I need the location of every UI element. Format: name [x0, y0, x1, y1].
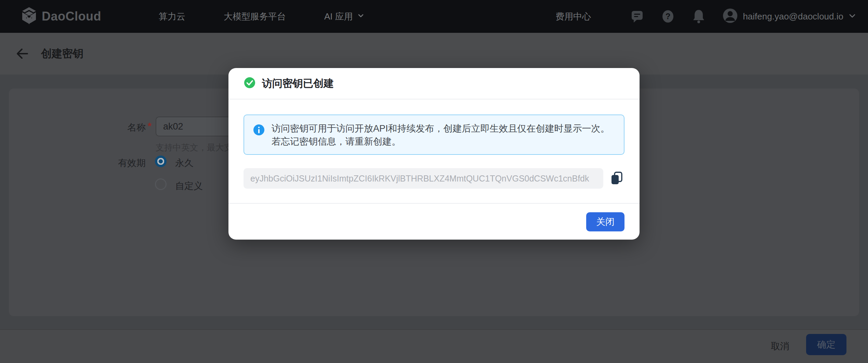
- close-button[interactable]: 关闭: [586, 212, 624, 231]
- alert-text: 访问密钥可用于访问开放API和持续发布，创建后立即生效且仅在创建时显示一次。若忘…: [272, 122, 616, 148]
- access-key-field[interactable]: [244, 168, 603, 189]
- name-label: 名称: [91, 121, 146, 134]
- svg-text:?: ?: [666, 12, 671, 21]
- nav-item-ai-apps-label: AI 应用: [324, 11, 353, 23]
- validity-label: 有效期: [91, 157, 146, 169]
- nav-item-compute-cloud[interactable]: 算力云: [159, 11, 185, 23]
- required-asterisk: *: [148, 121, 152, 132]
- radio-permanent-label[interactable]: 永久: [175, 157, 194, 169]
- modal-title: 访问密钥已创建: [262, 77, 334, 91]
- chevron-down-icon: [848, 12, 856, 21]
- help-icon[interactable]: ?: [661, 9, 675, 24]
- daocloud-logo-icon: [21, 7, 37, 26]
- page-footer: 取消 确定: [0, 329, 868, 363]
- top-navbar: DaoCloud 算力云 大模型服务平台 AI 应用 费用中心: [0, 0, 868, 33]
- radio-permanent[interactable]: [155, 156, 167, 167]
- copy-icon[interactable]: [609, 171, 624, 186]
- info-alert: 访问密钥可用于访问开放API和持续发布，创建后立即生效且仅在创建时显示一次。若忘…: [244, 115, 624, 155]
- user-menu[interactable]: haifeng.yao@daocloud.io: [722, 8, 856, 25]
- info-icon: [252, 123, 265, 138]
- nav-item-llm-platform[interactable]: 大模型服务平台: [224, 11, 286, 23]
- notification-bell-icon[interactable]: [692, 9, 706, 24]
- brand[interactable]: DaoCloud: [21, 7, 101, 26]
- page-title: 创建密钥: [41, 46, 83, 61]
- primary-nav: 算力云 大模型服务平台 AI 应用: [159, 11, 365, 23]
- chevron-down-icon: [357, 11, 365, 22]
- cancel-button[interactable]: 取消: [764, 335, 797, 357]
- radio-custom-label[interactable]: 自定义: [175, 180, 203, 192]
- confirm-button[interactable]: 确定: [806, 334, 846, 355]
- brand-name: DaoCloud: [42, 9, 101, 24]
- radio-custom[interactable]: [155, 178, 167, 190]
- success-check-icon: [244, 77, 256, 90]
- modal-footer: 关闭: [228, 203, 640, 240]
- navbar-right: 费用中心 ?: [555, 8, 856, 25]
- avatar-icon: [722, 8, 738, 25]
- modal-header: 访问密钥已创建: [228, 68, 640, 99]
- message-icon[interactable]: [630, 9, 644, 24]
- nav-item-ai-apps[interactable]: AI 应用: [324, 11, 365, 23]
- nav-item-billing-center[interactable]: 费用中心: [555, 11, 591, 23]
- back-arrow-icon[interactable]: [14, 46, 29, 61]
- application-root: DaoCloud 算力云 大模型服务平台 AI 应用 费用中心: [0, 0, 868, 363]
- user-email: haifeng.yao@daocloud.io: [743, 11, 843, 22]
- access-key-created-modal: 访问密钥已创建 访问密钥可用于访问开放API和持续发布，创建后立即生效且仅在创建…: [228, 68, 640, 240]
